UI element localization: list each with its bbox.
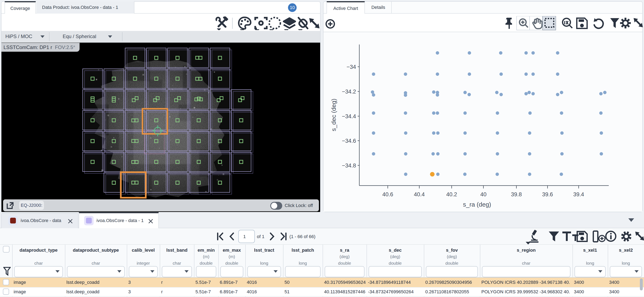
svg-text:40.2: 40.2 bbox=[446, 191, 457, 198]
svg-text:s_dec (deg): s_dec (deg) bbox=[330, 99, 337, 131]
svg-text:40.6: 40.6 bbox=[382, 191, 393, 198]
svg-text:1: 1 bbox=[243, 234, 246, 239]
svg-text:−34.2: −34.2 bbox=[342, 89, 356, 95]
svg-text:of 1: of 1 bbox=[257, 234, 264, 239]
svg-text:s_ra (deg): s_ra (deg) bbox=[463, 201, 491, 208]
svg-text:−34.8: −34.8 bbox=[342, 163, 356, 169]
svg-text:−34.4: −34.4 bbox=[342, 113, 356, 119]
svg-text:40: 40 bbox=[480, 191, 486, 198]
svg-text:−34: −34 bbox=[346, 64, 356, 70]
svg-text:39.4: 39.4 bbox=[573, 191, 584, 198]
svg-text:−34.6: −34.6 bbox=[342, 138, 356, 144]
svg-text:39.8: 39.8 bbox=[511, 191, 522, 198]
svg-text:39.6: 39.6 bbox=[542, 191, 553, 198]
svg-text:(1 - 66 of 66): (1 - 66 of 66) bbox=[290, 234, 316, 239]
svg-text:40.4: 40.4 bbox=[414, 191, 425, 198]
